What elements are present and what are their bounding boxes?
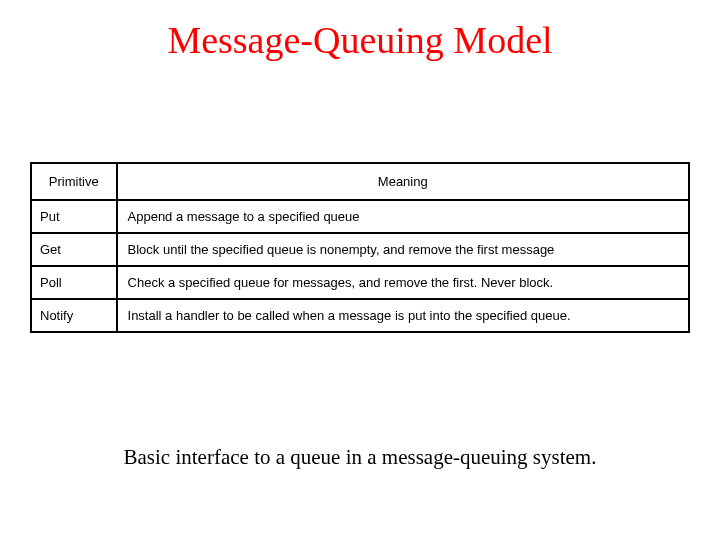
cell-meaning: Append a message to a specified queue: [117, 200, 689, 233]
caption-text: Basic interface to a queue in a message-…: [0, 445, 720, 470]
table-header-row: Primitive Meaning: [31, 163, 689, 200]
cell-primitive: Get: [31, 233, 117, 266]
table-row: Notify Install a handler to be called wh…: [31, 299, 689, 332]
header-meaning: Meaning: [117, 163, 689, 200]
header-primitive: Primitive: [31, 163, 117, 200]
primitives-table: Primitive Meaning Put Append a message t…: [30, 162, 690, 333]
table-row: Poll Check a specified queue for message…: [31, 266, 689, 299]
table-row: Get Block until the specified queue is n…: [31, 233, 689, 266]
cell-primitive: Notify: [31, 299, 117, 332]
cell-meaning: Check a specified queue for messages, an…: [117, 266, 689, 299]
page-title: Message-Queuing Model: [0, 0, 720, 72]
table-row: Put Append a message to a specified queu…: [31, 200, 689, 233]
cell-meaning: Install a handler to be called when a me…: [117, 299, 689, 332]
primitives-table-container: Primitive Meaning Put Append a message t…: [30, 162, 690, 333]
cell-primitive: Poll: [31, 266, 117, 299]
cell-primitive: Put: [31, 200, 117, 233]
cell-meaning: Block until the specified queue is nonem…: [117, 233, 689, 266]
